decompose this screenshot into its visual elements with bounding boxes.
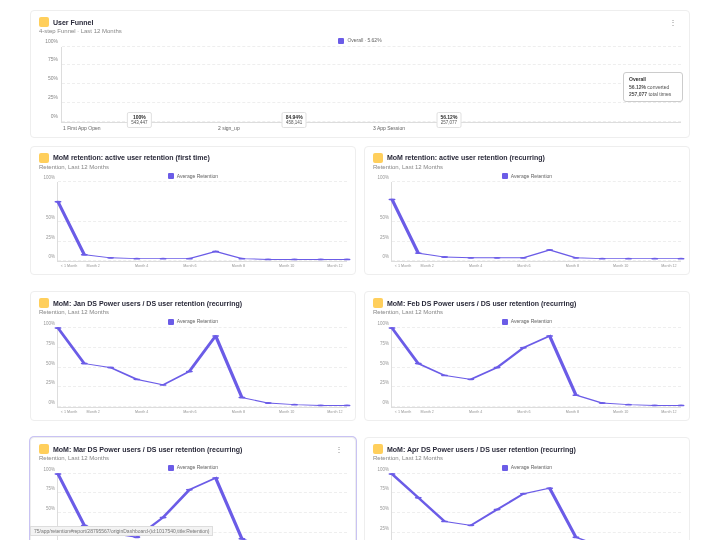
svg-point-30 [212,335,219,337]
funnel-subtitle: 4-step Funnel · Last 12 Months [39,28,681,34]
retention-xlabel [154,264,178,268]
retention-xlabel [250,264,274,268]
svg-point-39 [467,378,474,380]
retention-xlabel [299,264,323,268]
retention-panel: MoM: Feb DS Power users / DS user retent… [364,291,690,421]
retention-legend: Average Retention [39,464,347,471]
retention-xlabel [105,410,129,414]
retention-xlabel [202,410,226,414]
retention-title: MoM: Feb DS Power users / DS user retent… [387,300,576,307]
retention-xlabel [439,264,463,268]
funnel-panel: User Funnel ⋮ 4-step Funnel · Last 12 Mo… [30,10,690,138]
retention-xlabel: Month 12 [657,410,681,414]
svg-point-36 [389,327,396,329]
retention-xlabel: Month 2 [81,264,105,268]
svg-point-43 [572,394,579,396]
retention-legend: Average Retention [373,173,681,180]
retention-xlabel: Month 10 [609,264,633,268]
retention-xlabel: Month 4 [464,264,488,268]
retention-panel: MoM: Apr DS Power users / DS user retent… [364,437,690,540]
svg-point-54 [212,477,219,479]
retention-xlabel: Month 10 [275,410,299,414]
retention-xlabel [536,264,560,268]
retention-xlabel: Month 8 [226,264,250,268]
retention-icon [39,153,49,163]
svg-point-15 [467,257,474,259]
retention-title: MoM: Apr DS Power users / DS user retent… [387,446,576,453]
svg-point-21 [625,258,632,260]
retention-title: MoM retention: active user retention (re… [387,154,545,161]
retention-xlabel: < 1 Month [57,410,81,414]
retention-icon [39,444,49,454]
svg-point-18 [546,249,553,251]
svg-point-8 [265,259,272,261]
retention-xlabel [633,264,657,268]
retention-legend: Average Retention [373,464,681,471]
retention-xlabel: Month 8 [560,264,584,268]
retention-xlabel: Month 6 [512,410,536,414]
retention-xlabel: Month 2 [81,410,105,414]
svg-point-4 [160,258,167,260]
retention-chart: 0%25%50%75%100% [391,328,681,408]
retention-icon [373,153,383,163]
funnel-chart: 0%25%50%75%100%100%543,44784.94%458,1415… [39,47,681,131]
retention-xlabel [488,264,512,268]
svg-point-2 [107,257,114,259]
retention-subtitle: Retention, Last 12 Months [373,455,681,461]
retention-icon [39,298,49,308]
retention-xlabel: < 1 Month [391,264,415,268]
funnel-step-label [526,125,681,131]
svg-point-12 [389,199,396,201]
retention-xlabel [250,410,274,414]
svg-point-28 [160,384,167,386]
svg-point-24 [55,327,62,329]
retention-subtitle: Retention, Last 12 Months [373,309,681,315]
retention-subtitle: Retention, Last 12 Months [373,164,681,170]
svg-point-45 [625,404,632,406]
retention-xlabel [105,264,129,268]
retention-xlabel: Month 6 [178,410,202,414]
svg-point-16 [494,257,501,259]
retention-xlabel: Month 12 [323,264,347,268]
svg-point-34 [317,404,324,406]
svg-point-9 [291,259,298,261]
svg-point-14 [441,256,448,258]
svg-point-19 [572,257,579,259]
svg-point-32 [265,402,272,404]
svg-point-46 [651,404,658,406]
retention-legend: Average Retention [39,173,347,180]
svg-point-1 [81,254,88,256]
retention-xlabel [202,264,226,268]
more-button[interactable]: ⋮ [665,18,681,27]
more-button[interactable]: ⋮ [331,445,347,454]
retention-panel: MoM: Mar DS Power users / DS user retent… [30,437,356,540]
svg-point-26 [107,367,114,369]
retention-icon [373,444,383,454]
svg-point-38 [441,374,448,376]
retention-xlabel [536,410,560,414]
svg-point-13 [415,252,422,254]
svg-point-40 [494,367,501,369]
retention-panel: MoM retention: active user retention (re… [364,146,690,276]
retention-xlabel [584,410,608,414]
svg-point-41 [520,347,527,349]
retention-subtitle: Retention, Last 12 Months [39,455,347,461]
svg-point-55 [238,538,245,540]
retention-chart: 0%25%50%75%100% [391,474,681,540]
svg-point-29 [186,371,193,373]
svg-point-27 [133,378,140,380]
svg-point-10 [317,259,324,261]
svg-point-67 [572,536,579,538]
svg-point-35 [344,404,351,406]
retention-xlabel [633,410,657,414]
retention-xlabel [488,410,512,414]
retention-xlabel: Month 12 [657,264,681,268]
retention-xlabel: Month 4 [130,264,154,268]
retention-icon [373,298,383,308]
retention-subtitle: Retention, Last 12 Months [39,309,347,315]
svg-point-48 [55,473,62,475]
svg-point-23 [678,258,685,260]
retention-xlabel: Month 4 [464,410,488,414]
retention-xlabel: Month 10 [609,410,633,414]
funnel-tooltip: Overall 56.12% converted 257,077 total t… [623,72,683,102]
